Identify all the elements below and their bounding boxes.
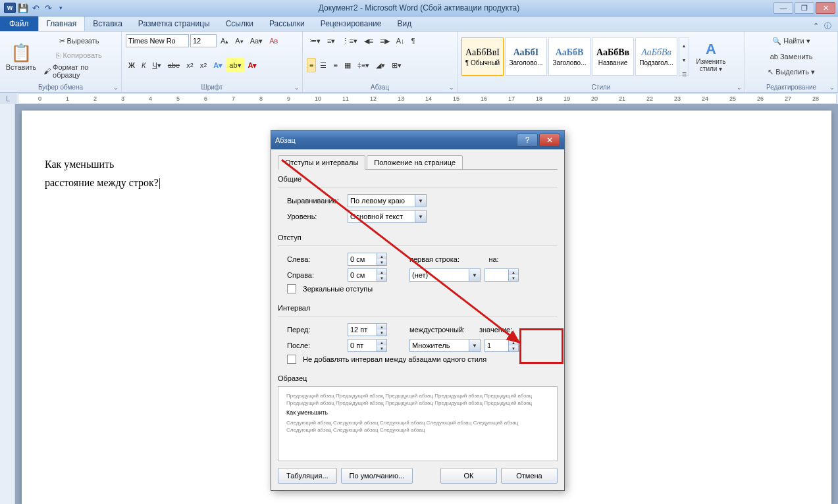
styles-row-down[interactable]: ▾ xyxy=(679,53,689,67)
cut-button[interactable]: ✂ Вырезать xyxy=(41,34,117,48)
style-title[interactable]: АаБбВвНазвание xyxy=(592,38,634,76)
grow-font-button[interactable]: A▴ xyxy=(218,34,231,48)
cancel-button[interactable]: Отмена xyxy=(501,468,558,484)
ribbon: 📋 Вставить ✂ Вырезать ⎘ Копировать 🖌 Фор… xyxy=(0,32,838,93)
line-spacing-button[interactable]: ‡≡▾ xyxy=(355,58,373,72)
justify-button[interactable]: ▦ xyxy=(342,58,354,72)
no-space-checkbox[interactable] xyxy=(287,355,296,364)
spacing-before-label: Перед: xyxy=(287,326,344,334)
text-effects-button[interactable]: A▾ xyxy=(211,58,225,72)
preview-box: Предыдущий абзац Предыдущий абзац Предыд… xyxy=(278,386,558,461)
paste-button[interactable]: 📋 Вставить xyxy=(4,34,38,80)
vertical-ruler[interactable] xyxy=(0,104,15,504)
tab-review[interactable]: Рецензирование xyxy=(313,16,390,31)
superscript-button[interactable]: x2 xyxy=(197,58,210,72)
format-painter-button[interactable]: 🖌 Формат по образцу xyxy=(41,63,117,80)
numbering-button[interactable]: ≡▾ xyxy=(325,34,338,48)
bullets-button[interactable]: ≔▾ xyxy=(307,34,323,48)
line-spacing-at-spin[interactable]: 1▲▼ xyxy=(484,339,519,352)
dialog-tab-indents[interactable]: Отступы и интервалы xyxy=(278,155,365,170)
indent-right-spin[interactable]: 0 см▲▼ xyxy=(348,268,387,282)
dialog-close-button[interactable]: ✕ xyxy=(539,134,560,147)
borders-button[interactable]: ⊞▾ xyxy=(389,58,404,72)
align-right-button[interactable]: ≡ xyxy=(330,58,340,72)
chevron-down-icon: ▼ xyxy=(415,211,426,222)
multilevel-button[interactable]: ⋮≡▾ xyxy=(339,34,359,48)
line-spacing-label: междустрочный: xyxy=(409,326,475,334)
first-line-label: первая строка: xyxy=(409,255,475,263)
close-button[interactable]: ✕ xyxy=(816,2,835,14)
spacing-after-spin[interactable]: 0 пт▲▼ xyxy=(348,339,387,352)
font-color-button[interactable]: A▾ xyxy=(246,58,260,72)
align-left-button[interactable]: ≡ xyxy=(307,58,316,72)
help-icon[interactable]: ⓘ xyxy=(824,21,831,31)
shading-button[interactable]: ◢▾ xyxy=(373,58,388,72)
style-heading1[interactable]: АаБбІЗаголово... xyxy=(505,38,547,76)
bold-button[interactable]: Ж xyxy=(126,58,138,72)
tab-file[interactable]: Файл xyxy=(0,16,38,31)
spacing-before-spin[interactable]: 12 пт▲▼ xyxy=(348,323,387,336)
tab-home[interactable]: Главная xyxy=(38,16,86,31)
clear-format-button[interactable]: Aʙ xyxy=(267,34,280,48)
first-line-by-spin[interactable]: ▲▼ xyxy=(484,268,519,282)
style-heading2[interactable]: АаБбВЗаголово... xyxy=(548,38,590,76)
ok-button[interactable]: ОК xyxy=(440,468,497,484)
tab-mailings[interactable]: Рассылки xyxy=(261,16,313,31)
font-size-combo[interactable]: 12 xyxy=(190,34,217,47)
italic-button[interactable]: К xyxy=(139,58,148,72)
font-name-combo[interactable]: Times New Ro xyxy=(126,34,189,47)
mirror-indents-checkbox[interactable] xyxy=(287,284,296,293)
group-editing: 🔍 Найти ▾ ab Заменить ↖ Выделить ▾ Редак… xyxy=(745,32,838,92)
copy-button[interactable]: ⎘ Копировать xyxy=(41,48,117,63)
undo-icon[interactable]: ↶ xyxy=(30,3,41,13)
horizontal-ruler[interactable]: 0123456789101112131415161718192021222324… xyxy=(18,93,837,104)
style-normal[interactable]: АаБбВвI¶ Обычный xyxy=(461,38,504,76)
strikethrough-button[interactable]: abe xyxy=(165,58,182,72)
save-icon[interactable]: 💾 xyxy=(18,3,28,13)
minimize-button[interactable]: — xyxy=(773,2,793,14)
subscript-button[interactable]: x2 xyxy=(184,58,196,72)
indent-left-spin[interactable]: 0 см▲▼ xyxy=(348,253,387,266)
ribbon-minimize-icon[interactable]: ⌃ xyxy=(813,22,819,30)
select-button[interactable]: ↖ Выделить ▾ xyxy=(749,64,833,79)
search-icon: 🔍 xyxy=(772,37,781,45)
tab-insert[interactable]: Вставка xyxy=(85,16,130,31)
styles-row-up[interactable]: ▴ xyxy=(679,38,689,53)
shrink-font-button[interactable]: A▾ xyxy=(232,34,246,48)
tab-layout[interactable]: Разметка страницы xyxy=(130,16,218,31)
decrease-indent-button[interactable]: ◀≡ xyxy=(361,34,376,48)
outline-level-label: Уровень: xyxy=(287,213,344,220)
align-center-button[interactable]: ☰ xyxy=(317,58,329,72)
dialog-title: Абзац xyxy=(275,136,296,144)
outline-level-combo[interactable]: Основной текст▼ xyxy=(348,210,427,223)
clipboard-icon: 📋 xyxy=(11,43,32,63)
line-spacing-combo[interactable]: Множитель▼ xyxy=(409,339,481,352)
redo-icon[interactable]: ↷ xyxy=(43,3,53,13)
dialog-titlebar[interactable]: Абзац ? ✕ xyxy=(271,131,564,149)
change-styles-button[interactable]: A Изменить стили ▾ xyxy=(691,39,731,74)
dialog-help-button[interactable]: ? xyxy=(517,134,538,147)
underline-button[interactable]: Ч▾ xyxy=(149,58,163,72)
change-case-button[interactable]: Aa▾ xyxy=(248,34,265,48)
tab-references[interactable]: Ссылки xyxy=(218,16,261,31)
tab-view[interactable]: Вид xyxy=(389,16,419,31)
qat-dropdown-icon[interactable]: ▾ xyxy=(55,3,66,13)
styles-expand[interactable]: ☰ xyxy=(679,67,689,82)
maximize-button[interactable]: ❐ xyxy=(795,2,814,14)
style-subtitle[interactable]: АаБбВвПодзагол... xyxy=(635,38,677,76)
tabs-button[interactable]: Табуляция... xyxy=(278,468,337,484)
section-spacing: Интервал xyxy=(278,304,558,312)
replace-button[interactable]: ab Заменить xyxy=(749,49,833,64)
group-label-clipboard: Буфер обмена xyxy=(4,82,117,92)
show-marks-button[interactable]: ¶ xyxy=(409,34,418,48)
alignment-combo[interactable]: По левому краю▼ xyxy=(348,194,427,207)
find-button[interactable]: 🔍 Найти ▾ xyxy=(749,34,833,49)
document-text: Как уменьшить расстояние между строк? xyxy=(45,155,161,192)
first-line-combo[interactable]: (нет)▼ xyxy=(409,268,481,282)
default-button[interactable]: По умолчанию... xyxy=(341,468,413,484)
increase-indent-button[interactable]: ≡▶ xyxy=(377,34,392,48)
dialog-tab-position[interactable]: Положение на странице xyxy=(367,155,463,170)
sort-button[interactable]: A↓ xyxy=(394,34,407,48)
highlight-button[interactable]: ab▾ xyxy=(226,58,244,72)
no-space-label: Не добавлять интервал между абзацами одн… xyxy=(303,355,486,363)
